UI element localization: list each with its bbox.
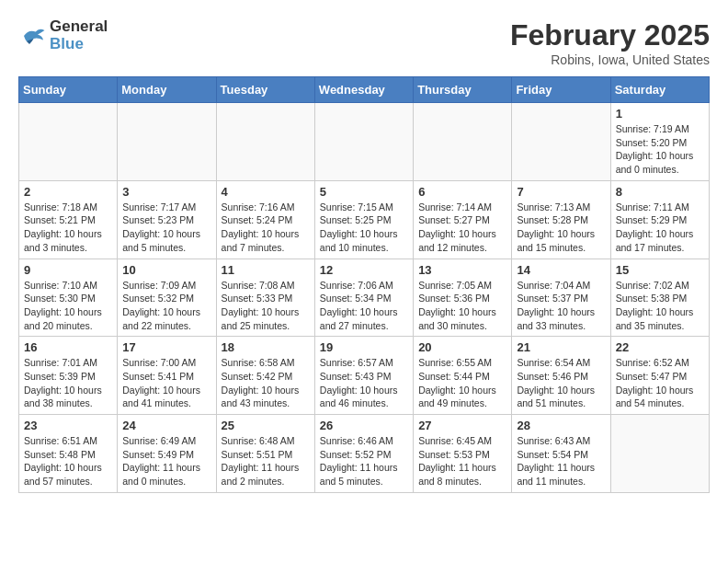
day-cell: 5Sunrise: 7:15 AM Sunset: 5:25 PM Daylig… — [314, 180, 413, 259]
weekday-header-tuesday: Tuesday — [216, 77, 314, 103]
day-info: Sunrise: 7:00 AM Sunset: 5:41 PM Dayligh… — [122, 356, 210, 410]
day-cell: 16Sunrise: 7:01 AM Sunset: 5:39 PM Dayli… — [19, 337, 118, 415]
day-cell: 17Sunrise: 7:00 AM Sunset: 5:41 PM Dayli… — [118, 337, 216, 415]
day-info: Sunrise: 6:52 AM Sunset: 5:47 PM Dayligh… — [616, 356, 704, 410]
location: Robins, Iowa, United States — [510, 52, 710, 67]
calendar: SundayMondayTuesdayWednesdayThursdayFrid… — [18, 76, 710, 493]
weekday-header-monday: Monday — [118, 77, 216, 103]
day-number: 5 — [320, 185, 408, 199]
day-cell: 9Sunrise: 7:10 AM Sunset: 5:30 PM Daylig… — [19, 259, 118, 337]
day-info: Sunrise: 7:17 AM Sunset: 5:23 PM Dayligh… — [122, 201, 210, 255]
day-info: Sunrise: 6:49 AM Sunset: 5:49 PM Dayligh… — [122, 434, 210, 488]
page-header: General Blue February 2025 Robins, Iowa,… — [18, 18, 710, 67]
day-info: Sunrise: 7:15 AM Sunset: 5:25 PM Dayligh… — [320, 201, 408, 255]
month-title: February 2025 — [510, 18, 710, 52]
day-info: Sunrise: 6:45 AM Sunset: 5:53 PM Dayligh… — [418, 434, 506, 488]
day-cell — [610, 415, 709, 493]
weekday-header-saturday: Saturday — [610, 77, 709, 103]
day-number: 4 — [222, 185, 310, 199]
weekday-header-wednesday: Wednesday — [314, 77, 413, 103]
day-number: 3 — [122, 185, 210, 199]
day-number: 24 — [122, 419, 210, 432]
day-info: Sunrise: 6:46 AM Sunset: 5:52 PM Dayligh… — [320, 434, 408, 488]
day-number: 22 — [616, 340, 704, 354]
week-row-1: 1Sunrise: 7:19 AM Sunset: 5:20 PM Daylig… — [19, 103, 710, 181]
day-info: Sunrise: 6:54 AM Sunset: 5:46 PM Dayligh… — [517, 356, 605, 410]
day-info: Sunrise: 7:09 AM Sunset: 5:32 PM Dayligh… — [122, 279, 210, 333]
day-number: 16 — [24, 340, 112, 354]
day-info: Sunrise: 7:08 AM Sunset: 5:33 PM Dayligh… — [222, 279, 310, 333]
day-number: 25 — [222, 419, 310, 432]
weekday-header-friday: Friday — [512, 77, 610, 103]
day-cell — [118, 103, 216, 181]
day-cell — [414, 103, 512, 181]
day-number: 28 — [517, 419, 605, 432]
day-info: Sunrise: 7:05 AM Sunset: 5:36 PM Dayligh… — [418, 279, 506, 333]
day-info: Sunrise: 7:01 AM Sunset: 5:39 PM Dayligh… — [24, 356, 112, 410]
day-cell: 27Sunrise: 6:45 AM Sunset: 5:53 PM Dayli… — [414, 415, 512, 493]
day-cell: 13Sunrise: 7:05 AM Sunset: 5:36 PM Dayli… — [414, 259, 512, 337]
week-row-3: 9Sunrise: 7:10 AM Sunset: 5:30 PM Daylig… — [19, 259, 710, 337]
logo-icon — [18, 22, 46, 50]
day-number: 17 — [122, 340, 210, 354]
day-info: Sunrise: 7:10 AM Sunset: 5:30 PM Dayligh… — [24, 279, 112, 333]
day-cell: 18Sunrise: 6:58 AM Sunset: 5:42 PM Dayli… — [216, 337, 314, 415]
weekday-header-sunday: Sunday — [19, 77, 118, 103]
day-number: 11 — [222, 263, 310, 277]
day-cell: 21Sunrise: 6:54 AM Sunset: 5:46 PM Dayli… — [512, 337, 610, 415]
day-number: 23 — [24, 419, 112, 432]
day-number: 10 — [122, 263, 210, 277]
day-cell: 8Sunrise: 7:11 AM Sunset: 5:29 PM Daylig… — [610, 180, 709, 259]
day-cell: 28Sunrise: 6:43 AM Sunset: 5:54 PM Dayli… — [512, 415, 610, 493]
title-block: February 2025 Robins, Iowa, United State… — [510, 18, 710, 67]
day-info: Sunrise: 6:55 AM Sunset: 5:44 PM Dayligh… — [418, 356, 506, 410]
day-cell — [512, 103, 610, 181]
weekday-header-row: SundayMondayTuesdayWednesdayThursdayFrid… — [19, 77, 710, 103]
day-info: Sunrise: 7:02 AM Sunset: 5:38 PM Dayligh… — [616, 279, 704, 333]
day-cell: 2Sunrise: 7:18 AM Sunset: 5:21 PM Daylig… — [19, 180, 118, 259]
week-row-5: 23Sunrise: 6:51 AM Sunset: 5:48 PM Dayli… — [19, 415, 710, 493]
day-number: 20 — [418, 340, 506, 354]
day-info: Sunrise: 7:11 AM Sunset: 5:29 PM Dayligh… — [616, 201, 704, 255]
day-cell: 25Sunrise: 6:48 AM Sunset: 5:51 PM Dayli… — [216, 415, 314, 493]
day-number: 27 — [418, 419, 506, 432]
day-cell: 20Sunrise: 6:55 AM Sunset: 5:44 PM Dayli… — [414, 337, 512, 415]
day-info: Sunrise: 7:06 AM Sunset: 5:34 PM Dayligh… — [320, 279, 408, 333]
day-number: 21 — [517, 340, 605, 354]
day-cell — [216, 103, 314, 181]
day-info: Sunrise: 7:13 AM Sunset: 5:28 PM Dayligh… — [517, 201, 605, 255]
day-cell — [19, 103, 118, 181]
day-cell: 3Sunrise: 7:17 AM Sunset: 5:23 PM Daylig… — [118, 180, 216, 259]
day-info: Sunrise: 6:43 AM Sunset: 5:54 PM Dayligh… — [517, 434, 605, 488]
day-cell: 23Sunrise: 6:51 AM Sunset: 5:48 PM Dayli… — [19, 415, 118, 493]
day-cell: 6Sunrise: 7:14 AM Sunset: 5:27 PM Daylig… — [414, 180, 512, 259]
day-cell: 19Sunrise: 6:57 AM Sunset: 5:43 PM Dayli… — [314, 337, 413, 415]
day-number: 2 — [24, 185, 112, 199]
logo: General Blue — [18, 18, 108, 52]
day-number: 19 — [320, 340, 408, 354]
day-number: 13 — [418, 263, 506, 277]
week-row-4: 16Sunrise: 7:01 AM Sunset: 5:39 PM Dayli… — [19, 337, 710, 415]
day-info: Sunrise: 6:58 AM Sunset: 5:42 PM Dayligh… — [222, 356, 310, 410]
day-info: Sunrise: 7:04 AM Sunset: 5:37 PM Dayligh… — [517, 279, 605, 333]
day-number: 15 — [616, 263, 704, 277]
day-info: Sunrise: 6:48 AM Sunset: 5:51 PM Dayligh… — [222, 434, 310, 488]
logo-text: General Blue — [50, 18, 108, 52]
day-cell: 4Sunrise: 7:16 AM Sunset: 5:24 PM Daylig… — [216, 180, 314, 259]
day-cell: 24Sunrise: 6:49 AM Sunset: 5:49 PM Dayli… — [118, 415, 216, 493]
day-info: Sunrise: 7:14 AM Sunset: 5:27 PM Dayligh… — [418, 201, 506, 255]
day-number: 18 — [222, 340, 310, 354]
week-row-2: 2Sunrise: 7:18 AM Sunset: 5:21 PM Daylig… — [19, 180, 710, 259]
day-cell: 1Sunrise: 7:19 AM Sunset: 5:20 PM Daylig… — [610, 103, 709, 181]
weekday-header-thursday: Thursday — [414, 77, 512, 103]
day-cell: 15Sunrise: 7:02 AM Sunset: 5:38 PM Dayli… — [610, 259, 709, 337]
day-info: Sunrise: 7:18 AM Sunset: 5:21 PM Dayligh… — [24, 201, 112, 255]
day-info: Sunrise: 7:16 AM Sunset: 5:24 PM Dayligh… — [222, 201, 310, 255]
day-cell: 14Sunrise: 7:04 AM Sunset: 5:37 PM Dayli… — [512, 259, 610, 337]
day-cell: 26Sunrise: 6:46 AM Sunset: 5:52 PM Dayli… — [314, 415, 413, 493]
day-info: Sunrise: 6:51 AM Sunset: 5:48 PM Dayligh… — [24, 434, 112, 488]
day-info: Sunrise: 6:57 AM Sunset: 5:43 PM Dayligh… — [320, 356, 408, 410]
day-number: 14 — [517, 263, 605, 277]
day-number: 26 — [320, 419, 408, 432]
day-number: 12 — [320, 263, 408, 277]
